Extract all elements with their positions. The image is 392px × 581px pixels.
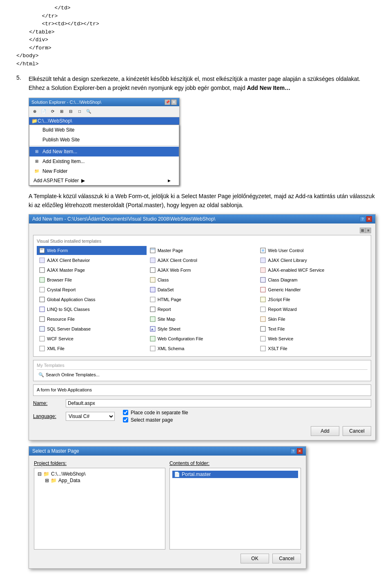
template-ajax-client-behavior[interactable]: AJAX Client Behavior <box>37 256 147 265</box>
svg-rect-16 <box>40 287 45 292</box>
ok-button[interactable]: OK <box>241 554 269 563</box>
template-wcf-service[interactable]: WCF Service <box>37 334 147 343</box>
master-page-close-btn[interactable]: ✕ <box>297 448 303 454</box>
xml-file-icon <box>39 345 45 352</box>
template-html-page[interactable]: HTML Page <box>147 295 257 304</box>
template-ajax-client-library[interactable]: AJAX Client Library <box>258 256 368 265</box>
template-web-config[interactable]: Web Configuration File <box>147 334 257 343</box>
template-site-map[interactable]: Site Map <box>147 315 257 324</box>
template-report-wizard[interactable]: Report Wizard <box>258 305 368 314</box>
master-page-title: Select a Master Page <box>32 448 79 454</box>
template-label: SQL Server Database <box>47 326 91 331</box>
site-map-icon <box>149 316 156 322</box>
ctx-add-aspnet-folder[interactable]: Add ASP.NET Folder ▶ <box>29 176 179 185</box>
template-web-user-control[interactable]: Web User Control <box>258 246 368 255</box>
toolbar-btn-7[interactable]: 🔍 <box>85 107 93 116</box>
template-crystal-report[interactable]: Crystal Report <box>37 285 147 294</box>
template-web-form[interactable]: Web Form <box>37 246 147 255</box>
template-browser-file[interactable]: Browser File <box>37 275 147 284</box>
toolbar-btn-5[interactable]: ⊟ <box>67 107 75 116</box>
dialog-body: ⊞ ≡ Visual Studio installed templates <box>29 223 375 440</box>
template-label: Text File <box>268 326 285 331</box>
select-master-checkbox[interactable] <box>123 417 128 422</box>
ajax-client-library-icon <box>260 257 266 264</box>
ctx-separator-1 <box>29 145 179 146</box>
template-label: Crystal Report <box>47 287 76 292</box>
template-jscript-file[interactable]: JScript File <box>258 295 368 304</box>
template-report[interactable]: Report <box>147 305 257 314</box>
search-online-link[interactable]: 🔍 Search Online Templates... <box>37 371 368 378</box>
select-master-page-dialog: Select a Master Page ? ✕ Project folders… <box>29 446 306 569</box>
template-ajax-master-page[interactable]: AJAX Master Page <box>37 266 147 275</box>
build-icon <box>33 127 40 133</box>
tree-app-data[interactable]: ⊞ 📁 App_Data <box>37 477 163 484</box>
ctx-publish-web-site[interactable]: Publish Web Site <box>29 135 179 145</box>
cancel-button-master[interactable]: Cancel <box>272 554 301 563</box>
template-web-service[interactable]: Web Service <box>258 334 368 343</box>
template-text-file[interactable]: Text File <box>258 324 368 333</box>
se-root-node[interactable]: 📁 C:\...\WebShop\ <box>29 117 179 125</box>
template-generic-handler[interactable]: Generic Handler <box>258 285 368 294</box>
place-code-checkbox[interactable] <box>123 410 128 415</box>
ctx-add-new-item[interactable]: ⊞ Add New Item... <box>29 147 179 156</box>
report-wizard-icon <box>260 306 266 313</box>
svg-rect-12 <box>261 268 265 273</box>
tree-root[interactable]: ⊟ 📁 C:\...\WebShop\ <box>37 471 163 477</box>
toolbar-btn-3[interactable]: ⟳ <box>49 107 57 116</box>
svg-rect-18 <box>261 287 265 292</box>
arrow-icon: ▶ <box>81 178 85 183</box>
template-sql-server-db[interactable]: SQL Server Database <box>37 324 147 333</box>
my-templates-section: My Templates 🔍 Search Online Templates..… <box>33 360 371 381</box>
toolbar-btn-1[interactable]: ⊕ <box>31 107 39 116</box>
template-xml-file[interactable]: XML File <box>37 344 147 353</box>
portal-master-item[interactable]: 📄 Portal.master <box>172 471 298 478</box>
ajax-client-control-icon <box>149 257 156 264</box>
svg-point-6 <box>262 249 264 252</box>
template-xml-schema[interactable]: XML Schema <box>147 344 257 353</box>
jscript-icon <box>260 296 266 303</box>
template-xslt-file[interactable]: XSLT File <box>258 344 368 353</box>
template-ajax-web-form[interactable]: AJAX Web Form <box>147 266 257 275</box>
dialog-close-btn[interactable]: ✕ <box>366 216 372 222</box>
templates-section: Visual Studio installed templates Web Fo… <box>33 235 371 357</box>
ctx-new-folder[interactable]: 📁 New Folder <box>29 166 179 176</box>
large-icons-btn[interactable]: ⊞ <box>360 228 365 233</box>
add-button[interactable]: Add <box>311 426 339 436</box>
folder-icon: 📁 <box>33 168 40 174</box>
pin-button[interactable]: 📌 <box>165 99 170 105</box>
cancel-button[interactable]: Cancel <box>343 426 371 436</box>
toolbar-btn-6[interactable]: □ <box>76 107 84 116</box>
toolbar-btn-2[interactable]: 📄 <box>40 107 48 116</box>
template-skin-file[interactable]: Skin File <box>258 315 368 324</box>
ctx-add-existing-item[interactable]: ⊞ Add Existing Item... <box>29 156 179 166</box>
template-dataset[interactable]: DataSet <box>147 285 257 294</box>
toolbar-btn-4[interactable]: ⊞ <box>58 107 66 116</box>
close-button[interactable]: ✕ <box>171 99 177 105</box>
template-class-diagram[interactable]: Class Diagram <box>258 275 368 284</box>
template-master-page[interactable]: Master Page <box>147 246 257 255</box>
template-linq-to-sql[interactable]: LINQ to SQL Classes <box>37 305 147 314</box>
small-icons-btn[interactable]: ≡ <box>365 228 371 233</box>
contents-label: Contents of folder: <box>169 460 301 466</box>
ajax-master-page-icon <box>39 267 45 273</box>
dialog-help-btn[interactable]: ? <box>360 216 365 222</box>
sql-server-icon <box>39 326 45 332</box>
template-ajax-client-control[interactable]: AJAX Client Control <box>147 256 257 265</box>
template-label: LINQ to SQL Classes <box>47 307 90 312</box>
solution-explorer-title: Solution Explorer - C:\...\WebShop\ <box>31 100 101 105</box>
template-ajax-wcf-service[interactable]: AJAX-enabled WCF Service <box>258 266 368 275</box>
ctx-build-web-site[interactable]: Build Web Site <box>29 125 179 135</box>
name-input[interactable] <box>66 399 371 407</box>
language-select[interactable]: Visual C# <box>66 412 115 421</box>
master-page-help-btn[interactable]: ? <box>290 448 296 454</box>
step-5-row: 5. Elkészült tehát a design szerkezete, … <box>16 74 376 569</box>
web-config-icon <box>149 335 156 342</box>
template-label: Skin File <box>268 317 285 322</box>
template-global-app-class[interactable]: Global Application Class <box>37 295 147 304</box>
template-style-sheet[interactable]: A Style Sheet <box>147 324 257 333</box>
resource-icon <box>39 316 45 322</box>
template-class[interactable]: Class <box>147 275 257 284</box>
svg-rect-19 <box>40 297 45 302</box>
svg-rect-0 <box>40 248 45 253</box>
template-resource-file[interactable]: Resource File <box>37 315 147 324</box>
